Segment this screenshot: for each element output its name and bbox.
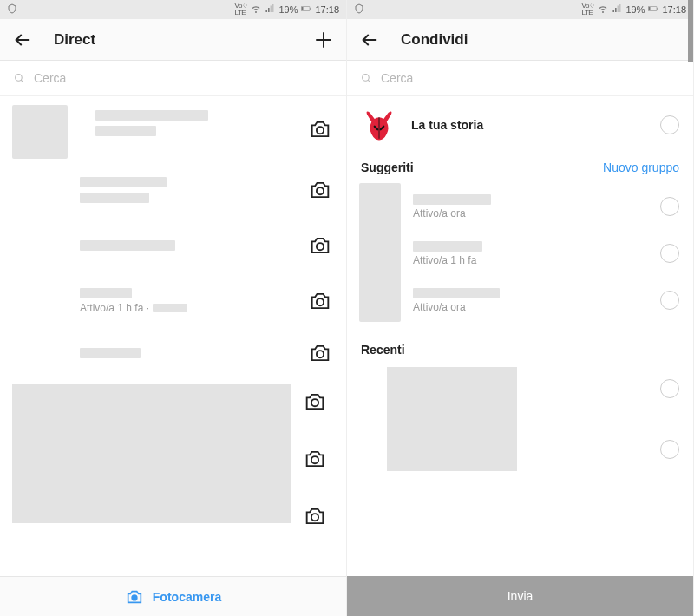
activity-status: Attivo/a ora bbox=[413, 301, 660, 313]
svg-rect-15 bbox=[658, 8, 658, 10]
clock: 17:18 bbox=[315, 4, 339, 15]
camera-icon[interactable] bbox=[308, 233, 332, 258]
select-radio[interactable] bbox=[660, 291, 679, 310]
camera-icon[interactable] bbox=[303, 504, 327, 528]
page-title: Condividi bbox=[401, 31, 468, 49]
clock: 17:18 bbox=[662, 4, 686, 15]
select-radio[interactable] bbox=[660, 440, 679, 459]
camera-button[interactable]: Fotocamera bbox=[0, 576, 346, 616]
activity-status: Attivo/a ora bbox=[413, 207, 660, 220]
search-placeholder: Cerca bbox=[381, 71, 413, 85]
text-placeholder bbox=[413, 288, 500, 298]
direct-header: Direct bbox=[0, 19, 346, 61]
suggested-item[interactable]: Attivo/a 1 h fa bbox=[413, 230, 679, 277]
svg-point-9 bbox=[311, 399, 318, 406]
shield-icon bbox=[354, 3, 364, 16]
signal-icon bbox=[265, 3, 275, 16]
back-button[interactable] bbox=[359, 29, 380, 50]
share-screen: Vo♢LTE 19% 17:18 Condividi Cerca La tua … bbox=[347, 0, 694, 616]
send-label: Invia bbox=[507, 589, 534, 603]
suggested-item[interactable]: Attivo/a ora bbox=[413, 183, 679, 230]
svg-point-11 bbox=[311, 514, 318, 521]
text-placeholder bbox=[413, 194, 491, 205]
content-placeholder bbox=[12, 384, 291, 523]
share-list[interactable]: La tua storia Suggeriti Nuovo gruppo Att… bbox=[347, 96, 693, 576]
suggested-item[interactable]: Attivo/a ora bbox=[413, 277, 679, 324]
scrollbar[interactable] bbox=[688, 0, 693, 62]
svg-point-6 bbox=[317, 243, 324, 250]
camera-label: Fotocamera bbox=[153, 590, 221, 604]
camera-icon[interactable] bbox=[308, 289, 332, 313]
signal-icon bbox=[612, 3, 622, 16]
svg-point-8 bbox=[317, 351, 324, 357]
camera-icon[interactable] bbox=[303, 390, 327, 414]
text-placeholder bbox=[80, 177, 167, 187]
avatar-placeholder bbox=[12, 105, 68, 159]
battery-icon bbox=[648, 3, 658, 16]
chat-row[interactable]: Attivo/a 1 h fa · bbox=[0, 273, 346, 329]
svg-point-10 bbox=[311, 456, 318, 463]
viking-avatar-icon bbox=[361, 107, 397, 143]
search-input[interactable]: Cerca bbox=[347, 61, 693, 96]
text-placeholder bbox=[80, 193, 149, 203]
shield-icon bbox=[7, 3, 17, 16]
svg-rect-1 bbox=[302, 7, 304, 10]
svg-point-4 bbox=[317, 127, 324, 134]
text-placeholder bbox=[80, 240, 175, 251]
direct-list[interactable]: Attivo/a 1 h fa · bbox=[0, 96, 346, 576]
svg-point-16 bbox=[363, 74, 370, 81]
wifi-icon bbox=[598, 3, 608, 16]
svg-point-7 bbox=[317, 298, 324, 305]
send-button[interactable]: Invia bbox=[347, 576, 693, 616]
select-radio[interactable] bbox=[660, 379, 679, 398]
avatar-placeholder bbox=[359, 183, 401, 322]
page-title: Direct bbox=[54, 31, 95, 49]
your-story-label: La tua storia bbox=[411, 118, 646, 132]
back-button[interactable] bbox=[12, 29, 33, 50]
svg-point-12 bbox=[131, 594, 137, 600]
your-story-row[interactable]: La tua storia bbox=[347, 96, 693, 154]
search-input[interactable]: Cerca bbox=[0, 61, 346, 96]
text-placeholder bbox=[80, 348, 141, 358]
camera-icon[interactable] bbox=[308, 178, 332, 202]
text-placeholder bbox=[95, 110, 208, 121]
share-header: Condividi bbox=[347, 19, 693, 61]
story-radio[interactable] bbox=[660, 115, 679, 134]
search-placeholder: Cerca bbox=[34, 71, 66, 85]
text-placeholder bbox=[153, 304, 187, 312]
new-message-button[interactable] bbox=[313, 29, 334, 50]
new-group-link[interactable]: Nuovo gruppo bbox=[603, 161, 679, 174]
content-placeholder bbox=[387, 367, 517, 471]
camera-icon[interactable] bbox=[303, 447, 327, 471]
chat-row[interactable] bbox=[0, 329, 346, 377]
battery-pct: 19% bbox=[278, 4, 298, 15]
camera-icon[interactable] bbox=[308, 117, 332, 141]
text-placeholder bbox=[95, 126, 156, 136]
svg-rect-2 bbox=[311, 8, 311, 10]
chat-row[interactable] bbox=[0, 162, 346, 218]
wifi-icon bbox=[251, 3, 261, 16]
svg-point-3 bbox=[16, 74, 23, 81]
status-bar: Vo♢LTE 19% 17:18 bbox=[0, 0, 346, 19]
svg-rect-14 bbox=[649, 7, 651, 10]
select-radio[interactable] bbox=[660, 244, 679, 263]
recent-header: Recenti bbox=[347, 329, 693, 360]
activity-status: Attivo/a 1 h fa bbox=[413, 254, 660, 266]
status-bar: Vo♢LTE 19% 17:18 bbox=[347, 0, 693, 19]
suggested-header: Suggeriti Nuovo gruppo bbox=[347, 154, 693, 178]
activity-status: Attivo/a 1 h fa · bbox=[80, 302, 149, 314]
recent-item[interactable] bbox=[347, 360, 693, 478]
volte-indicator: Vo♢LTE bbox=[235, 3, 248, 16]
volte-indicator: Vo♢LTE bbox=[582, 3, 595, 16]
direct-screen: Vo♢LTE 19% 17:18 Direct Cerca bbox=[0, 0, 347, 616]
battery-icon bbox=[301, 3, 311, 16]
svg-point-5 bbox=[317, 187, 324, 194]
camera-icon[interactable] bbox=[308, 341, 332, 365]
select-radio[interactable] bbox=[660, 197, 679, 216]
battery-pct: 19% bbox=[625, 4, 645, 15]
text-placeholder bbox=[413, 241, 482, 252]
text-placeholder bbox=[80, 288, 132, 298]
suggested-block: Attivo/a ora Attivo/a 1 h fa Attivo/a or… bbox=[347, 178, 693, 329]
chat-row[interactable] bbox=[0, 218, 346, 273]
